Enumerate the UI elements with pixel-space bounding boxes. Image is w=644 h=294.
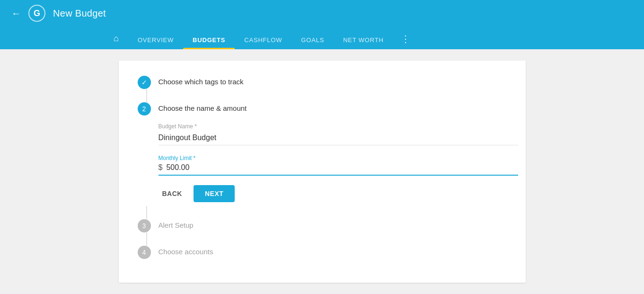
step-3-label: Alert Setup: [159, 219, 194, 229]
amount-row: $: [159, 163, 518, 176]
back-button[interactable]: ←: [11, 8, 21, 19]
step-1-circle: ✓: [138, 76, 151, 89]
main-content: ✓ Choose which tags to track 2 Choose th…: [0, 49, 644, 294]
step-4: 4 Choose accounts: [138, 246, 507, 259]
step-2-label: Choose the name & amount: [159, 102, 247, 112]
header: ← G New Budget: [0, 0, 644, 27]
step-3-number: 3: [142, 222, 146, 230]
step-4-circle: 4: [138, 246, 151, 259]
step-2-number: 2: [142, 105, 146, 113]
monthly-limit-label: Monthly Limit *: [159, 155, 507, 161]
budget-name-label: Budget Name *: [159, 123, 507, 130]
step-4-number: 4: [142, 249, 146, 256]
nav-item-budgets[interactable]: BUDGETS: [183, 36, 235, 49]
step-connector-2: [146, 206, 147, 219]
budget-name-input[interactable]: [159, 132, 518, 145]
dollar-sign: $: [159, 163, 163, 172]
nav-item-cashflow[interactable]: CASHFLOW: [235, 36, 291, 49]
budget-name-field-group: Budget Name *: [159, 123, 507, 145]
checkmark-icon: ✓: [141, 79, 147, 86]
step-3: 3 Alert Setup: [138, 219, 507, 232]
button-row: BACK NEXT: [159, 185, 507, 202]
wizard-card: ✓ Choose which tags to track 2 Choose th…: [119, 61, 526, 283]
step-4-label: Choose accounts: [159, 246, 213, 256]
logo: G: [28, 5, 45, 22]
monthly-limit-field-group: Monthly Limit * $: [159, 155, 507, 176]
monthly-limit-input[interactable]: [166, 163, 518, 172]
back-button[interactable]: BACK: [159, 186, 186, 201]
step-1-label: Choose which tags to track: [159, 76, 244, 86]
step-3-circle: 3: [138, 219, 151, 232]
nav-item-goals[interactable]: GOALS: [291, 36, 334, 49]
step-2-content: Budget Name * Monthly Limit * $ BACK NEX…: [159, 123, 507, 202]
nav-home-icon[interactable]: ⌂: [104, 34, 128, 49]
nav-item-overview[interactable]: OVERVIEW: [128, 36, 183, 49]
page-title: New Budget: [53, 8, 106, 19]
step-1: ✓ Choose which tags to track: [138, 76, 507, 89]
next-button[interactable]: NEXT: [194, 185, 235, 202]
step-connector-3: [146, 232, 147, 246]
nav-bar: ⌂ OVERVIEW BUDGETS CASHFLOW GOALS NET WO…: [0, 27, 644, 49]
nav-item-net-worth[interactable]: NET WORTH: [334, 36, 393, 49]
step-connector-1: [146, 89, 147, 102]
step-2: 2 Choose the name & amount: [138, 102, 507, 116]
step-2-circle: 2: [138, 102, 151, 116]
nav-more-icon[interactable]: ⋮: [393, 33, 418, 49]
